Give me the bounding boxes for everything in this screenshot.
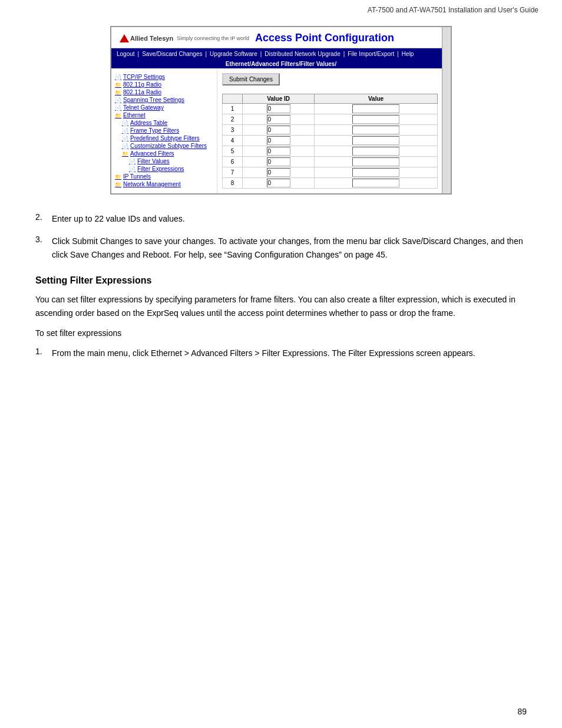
folder-icon: 📁 xyxy=(115,90,121,95)
sidebar-item-80211a[interactable]: 📁 802.11a Radio xyxy=(115,88,213,96)
value-id-input[interactable] xyxy=(267,179,290,187)
value-id-input[interactable] xyxy=(267,157,290,166)
app-logo: Allied Telesyn Simply connecting the IP … xyxy=(120,34,249,42)
col-row-header xyxy=(223,94,243,104)
page-icon: 📄 xyxy=(122,136,128,141)
value-id-input[interactable] xyxy=(267,115,290,124)
row-number-cell: 5 xyxy=(223,146,243,157)
table-row: 2 xyxy=(223,114,438,125)
step2-container: 2. Enter up to 22 value IDs and values. xyxy=(35,212,527,225)
col-value-header: Value xyxy=(315,94,438,104)
sidebar-label-ip-tunnels: IP Tunnels xyxy=(123,173,151,180)
nav-distributed[interactable]: Distributed Network Upgrade xyxy=(263,50,342,58)
sidebar-label-filter-expressions: Filter Expressions xyxy=(137,166,184,172)
folder-icon: 📁 xyxy=(115,82,121,88)
sidebar-item-predefined[interactable]: 📄 Predefined Subtype Filters xyxy=(122,134,213,142)
col-value-id-header: Value ID xyxy=(243,94,315,104)
value-input[interactable] xyxy=(352,179,399,187)
red-triangle-icon xyxy=(120,34,129,42)
app-header: Allied Telesyn Simply connecting the IP … xyxy=(111,27,451,48)
value-id-input[interactable] xyxy=(267,136,290,145)
app-title: Access Point Configuration xyxy=(255,32,394,44)
sidebar-label-80211g: 802.11g Radio xyxy=(123,81,161,88)
sidebar-item-ethernet[interactable]: 📁 Ethernet xyxy=(115,111,213,119)
table-row: 1 xyxy=(223,104,438,114)
value-id-cell xyxy=(243,146,315,157)
folder-icon: 📁 xyxy=(115,182,121,187)
page-icon: 📄 xyxy=(115,74,121,80)
sidebar-item-telnet[interactable]: 📄 Telnet Gateway xyxy=(115,104,213,111)
row-number-cell: 1 xyxy=(223,104,243,114)
value-cell xyxy=(315,125,438,136)
value-cell xyxy=(315,146,438,157)
page-header: AT-7500 and AT-WA7501 Installation and U… xyxy=(0,0,562,14)
value-id-cell xyxy=(243,178,315,189)
folder-icon: 📁 xyxy=(115,113,121,118)
nav-file-import[interactable]: File Import/Export xyxy=(346,50,396,58)
page-icon: 📄 xyxy=(115,105,121,111)
sidebar-item-advanced[interactable]: 📁 Advanced Filters xyxy=(122,150,213,157)
value-input[interactable] xyxy=(352,104,399,113)
sidebar-item-network-mgmt[interactable]: 📁 Network Management xyxy=(115,180,213,188)
value-cell xyxy=(315,114,438,125)
step3-text: Click Submit Changes to save your change… xyxy=(52,235,527,261)
value-cell xyxy=(315,167,438,178)
nav-save-discard[interactable]: Save/Discard Changes xyxy=(140,50,204,58)
table-row: 6 xyxy=(223,157,438,167)
page-icon: 📄 xyxy=(129,159,135,164)
step2-num: 2. xyxy=(35,212,47,225)
step2-text: Enter up to 22 value IDs and values. xyxy=(52,212,185,225)
page-icon: 📄 xyxy=(122,128,128,134)
value-input[interactable] xyxy=(352,157,399,166)
table-row: 3 xyxy=(223,125,438,136)
nav-upgrade[interactable]: Upgrade Software xyxy=(208,50,259,58)
to-set-label: To set filter expressions xyxy=(35,327,527,340)
value-cell xyxy=(315,104,438,114)
step1-filter-text: From the main menu, click Ethernet > Adv… xyxy=(52,347,475,360)
nav-help[interactable]: Help xyxy=(400,50,416,58)
sidebar-label-tcpip: TCP/IP Settings xyxy=(123,74,165,80)
nav-logout[interactable]: Logout xyxy=(115,50,137,58)
value-id-cell xyxy=(243,125,315,136)
folder-icon: 📁 xyxy=(115,174,121,180)
guide-title: AT-7500 and AT-WA7501 Installation and U… xyxy=(368,6,538,14)
nav-bar: Logout | Save/Discard Changes | Upgrade … xyxy=(111,48,451,60)
sidebar-item-ip-tunnels[interactable]: 📁 IP Tunnels xyxy=(115,173,213,180)
page-icon: 📄 xyxy=(122,120,128,126)
page-number: 89 xyxy=(517,707,527,716)
sidebar-label-80211a: 802.11a Radio xyxy=(123,89,161,95)
row-number-cell: 8 xyxy=(223,178,243,189)
para1: You can set filter expressions by specif… xyxy=(35,293,527,319)
sidebar-label-customizable: Customizable Subtype Filters xyxy=(130,143,207,149)
step1-filter-num: 1. xyxy=(35,347,47,360)
value-id-input[interactable] xyxy=(267,168,290,177)
value-cell xyxy=(315,178,438,189)
table-row: 7 xyxy=(223,167,438,178)
sidebar-item-filter-values[interactable]: 📄 Filter Values xyxy=(129,157,213,165)
submit-changes-button[interactable]: Submit Changes xyxy=(222,73,280,85)
value-input[interactable] xyxy=(352,126,399,134)
value-input[interactable] xyxy=(352,115,399,124)
value-input[interactable] xyxy=(352,168,399,177)
sidebar-label-filter-values: Filter Values xyxy=(137,158,170,164)
breadcrumb: Ethernet/Advanced Filters/Filter Values/ xyxy=(111,60,451,68)
table-row: 5 xyxy=(223,146,438,157)
sidebar-item-spanning[interactable]: 📄 Spanning Tree Settings xyxy=(115,96,213,104)
sidebar-item-customizable[interactable]: 📄 Customizable Subtype Filters xyxy=(122,142,213,150)
sidebar-item-tcpip[interactable]: 📄 TCP/IP Settings xyxy=(115,73,213,81)
step3-container: 3. Click Submit Changes to save your cha… xyxy=(35,235,527,261)
value-input[interactable] xyxy=(352,136,399,145)
sidebar-item-address-table[interactable]: 📄 Address Table xyxy=(122,119,213,127)
value-cell xyxy=(315,157,438,167)
value-id-input[interactable] xyxy=(267,126,290,134)
value-input[interactable] xyxy=(352,147,399,156)
logo-subtitle: Simply connecting the IP world xyxy=(177,35,249,41)
value-id-input[interactable] xyxy=(267,104,290,113)
value-id-input[interactable] xyxy=(267,147,290,156)
sidebar-item-frame-type[interactable]: 📄 Frame Type Filters xyxy=(122,127,213,134)
sidebar-item-filter-expressions[interactable]: 📄 Filter Expressions xyxy=(129,165,213,173)
filter-values-table: Value ID Value 12345678 xyxy=(222,94,438,189)
sidebar-item-80211g[interactable]: 📁 802.11g Radio xyxy=(115,81,213,88)
folder-icon: 📁 xyxy=(122,151,128,157)
sidebar-label-predefined: Predefined Subtype Filters xyxy=(130,135,200,141)
